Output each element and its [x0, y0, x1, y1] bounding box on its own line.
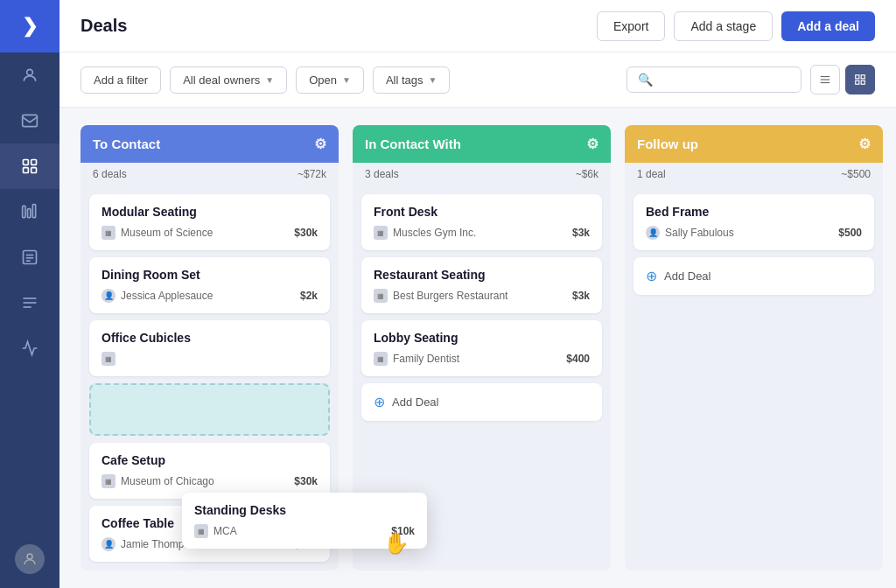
org-icon: ▦ [374, 226, 388, 240]
deal-org: 👤 Jessica Applesauce [102, 289, 213, 303]
add-deal-header-button[interactable]: Add a deal [781, 11, 875, 41]
column-stats-in-contact: 3 deals ~$6k [353, 163, 611, 186]
person-icon: 👤 [646, 226, 660, 240]
deal-value: $30k [294, 227, 318, 239]
filters-bar: Add a filter All deal owners ▼ Open ▼ Al… [60, 52, 896, 108]
sidebar: ❯ [0, 0, 60, 588]
org-icon: ▦ [374, 352, 388, 366]
add-filter-button[interactable]: Add a filter [80, 66, 161, 94]
deal-owners-filter[interactable]: All deal owners ▼ [170, 66, 287, 94]
column-header-to-contact: To Contact ⚙ [80, 125, 339, 163]
deal-count-in-contact: 3 deals [365, 168, 399, 180]
deal-card[interactable]: Lobby Seating ▦ Family Dentist $400 [361, 320, 602, 376]
deal-meta: 👤 Sally Fabulous $500 [646, 226, 862, 240]
org-name: MCA [214, 525, 237, 537]
search-icon: 🔍 [638, 73, 653, 87]
column-header-follow-up: Follow up ⚙ [625, 125, 883, 163]
column-stats-to-contact: 6 deals ~$72k [80, 163, 339, 186]
deal-card[interactable]: Restaurant Seating ▦ Best Burgers Restau… [361, 257, 602, 313]
deal-value: $3k [572, 290, 590, 302]
deal-owners-label: All deal owners [183, 74, 260, 87]
svg-rect-6 [23, 206, 25, 217]
page-title: Deals [80, 16, 127, 36]
logo[interactable]: ❯ [0, 0, 60, 52]
sidebar-item-mail[interactable] [0, 98, 60, 144]
kanban-board: To Contact ⚙ 6 deals ~$72k Modular Seati… [60, 108, 896, 588]
svg-rect-1 [23, 115, 38, 126]
org-name: Museum of Chicago [121, 475, 214, 487]
column-stats-follow-up: 1 deal ~$500 [625, 163, 883, 186]
org-icon: ▦ [102, 352, 116, 366]
open-filter[interactable]: Open ▼ [296, 66, 364, 94]
board-view-button[interactable] [845, 65, 875, 94]
sidebar-item-list[interactable] [0, 280, 60, 326]
deal-meta: ▦ Family Dentist $400 [374, 352, 590, 366]
sidebar-item-pipeline[interactable] [0, 189, 60, 234]
deal-meta: ▦ Best Burgers Restaurant $3k [374, 289, 590, 303]
add-filter-label: Add a filter [94, 74, 148, 87]
person-icon: 👤 [102, 537, 116, 551]
deal-value: $30k [294, 475, 318, 487]
deal-card[interactable]: Cafe Setup ▦ Museum of Chicago $30k [89, 443, 330, 499]
header-actions: Export Add a stage Add a deal [597, 11, 875, 41]
sidebar-item-notes[interactable] [0, 234, 60, 280]
svg-rect-7 [28, 209, 31, 218]
org-name: Family Dentist [393, 353, 459, 365]
deal-meta: ▦ [102, 352, 318, 366]
search-input[interactable] [660, 74, 790, 87]
deal-meta: ▦ Muscles Gym Inc. $3k [374, 226, 590, 240]
column-header-in-contact: In Contact With ⚙ [353, 125, 611, 163]
sidebar-item-deals[interactable] [0, 144, 60, 189]
deal-org: ▦ Muscles Gym Inc. [374, 226, 476, 240]
avatar[interactable] [15, 544, 45, 574]
deal-card[interactable]: Modular Seating ▦ Museum of Science $30k [89, 194, 330, 250]
deal-org: ▦ Best Burgers Restaurant [374, 289, 508, 303]
column-title-to-contact: To Contact [93, 136, 160, 151]
add-deal-button-in-contact[interactable]: ⊕ Add Deal [361, 383, 602, 421]
open-label: Open [309, 74, 337, 87]
view-toggle [810, 65, 875, 94]
deal-count-to-contact: 6 deals [93, 168, 127, 180]
org-icon: ▦ [374, 289, 388, 303]
plus-circle-icon: ⊕ [374, 394, 385, 410]
add-stage-button[interactable]: Add a stage [674, 11, 773, 41]
svg-rect-4 [24, 168, 29, 173]
export-button[interactable]: Export [597, 11, 665, 41]
deal-name: Office Cubicles [102, 331, 318, 345]
column-settings-icon[interactable]: ⚙ [858, 136, 871, 152]
svg-rect-8 [32, 205, 35, 218]
list-view-button[interactable] [810, 65, 840, 94]
deal-card[interactable]: Front Desk ▦ Muscles Gym Inc. $3k [361, 194, 602, 250]
org-icon: ▦ [102, 474, 116, 488]
sidebar-item-reports[interactable] [0, 326, 60, 371]
deal-value: $2k [300, 290, 318, 302]
deal-card[interactable]: Dining Room Set 👤 Jessica Applesauce $2k [89, 257, 330, 313]
deal-card[interactable]: Bed Frame 👤 Sally Fabulous $500 [634, 194, 874, 250]
deal-org: 👤 Sally Fabulous [646, 226, 734, 240]
svg-rect-5 [32, 168, 37, 173]
column-settings-icon[interactable]: ⚙ [586, 136, 598, 152]
sidebar-item-users[interactable] [0, 52, 60, 98]
tags-filter[interactable]: All tags ▼ [373, 66, 451, 94]
main-content: Deals Export Add a stage Add a deal Add … [60, 0, 896, 588]
add-deal-button-follow-up[interactable]: ⊕ Add Deal [634, 257, 874, 295]
column-settings-icon[interactable]: ⚙ [314, 136, 326, 152]
add-deal-label: Add Deal [664, 270, 710, 283]
deal-meta: ▦ Museum of Chicago $30k [102, 474, 318, 488]
deal-count-follow-up: 1 deal [637, 168, 666, 180]
svg-rect-22 [856, 80, 859, 84]
deal-meta: ▦ Museum of Science $30k [102, 226, 318, 240]
deal-total-to-contact: ~$72k [298, 168, 326, 180]
deal-total-follow-up: ~$500 [841, 168, 871, 180]
chevron-down-icon: ▼ [342, 75, 351, 85]
column-title-follow-up: Follow up [637, 136, 698, 151]
deal-name: Front Desk [374, 205, 590, 219]
deal-name: Modular Seating [102, 205, 318, 219]
logo-icon: ❯ [22, 15, 38, 38]
org-name: Sally Fabulous [665, 227, 734, 239]
person-icon: 👤 [102, 289, 116, 303]
deal-meta: ▦ MCA $10k [194, 524, 415, 538]
deal-card[interactable]: Office Cubicles ▦ [89, 320, 330, 376]
svg-rect-20 [856, 75, 859, 79]
search-box: 🔍 [626, 66, 802, 93]
